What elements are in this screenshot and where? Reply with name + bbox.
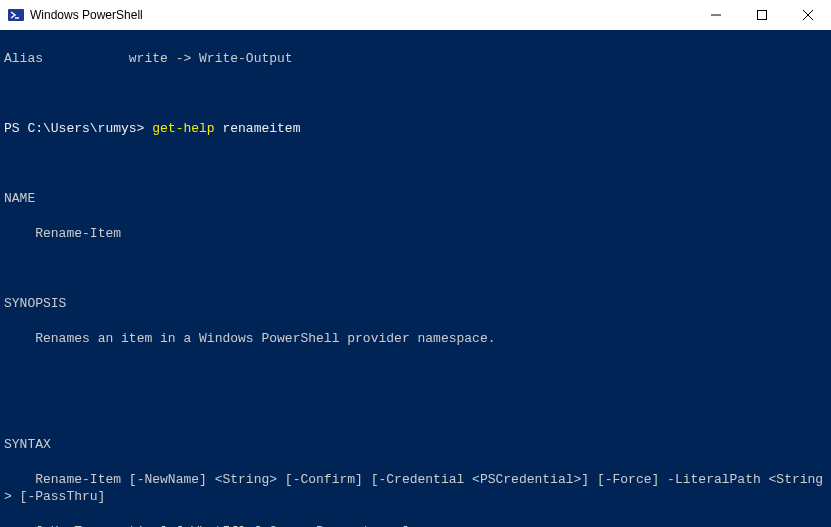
window-controls bbox=[693, 0, 831, 30]
blank-line bbox=[4, 260, 827, 278]
output-line: Rename-Item [-NewName] <String> [-Confir… bbox=[4, 471, 827, 506]
prompt-text: PS C:\Users\rumys> bbox=[4, 121, 152, 136]
output-line: [-UseTransaction] [-WhatIf] [<CommonPara… bbox=[4, 523, 827, 527]
output-line: Renames an item in a Windows PowerShell … bbox=[4, 330, 827, 348]
prompt-line: PS C:\Users\rumys> get-help renameitem bbox=[4, 120, 827, 138]
svg-rect-3 bbox=[758, 11, 767, 20]
section-header: NAME bbox=[4, 190, 827, 208]
output-line: Rename-Item bbox=[4, 225, 827, 243]
window-titlebar: Windows PowerShell bbox=[0, 0, 831, 30]
window-title: Windows PowerShell bbox=[30, 8, 693, 22]
command-arg: renameitem bbox=[215, 121, 301, 136]
blank-line bbox=[4, 365, 827, 383]
command-text: get-help bbox=[152, 121, 214, 136]
terminal-body[interactable]: Alias write -> Write-Output PS C:\Users\… bbox=[0, 30, 831, 527]
minimize-button[interactable] bbox=[693, 0, 739, 30]
maximize-button[interactable] bbox=[739, 0, 785, 30]
powershell-icon bbox=[8, 7, 24, 23]
close-button[interactable] bbox=[785, 0, 831, 30]
output-line: Alias write -> Write-Output bbox=[4, 50, 827, 68]
blank-line bbox=[4, 155, 827, 173]
section-header: SYNTAX bbox=[4, 436, 827, 454]
blank-line bbox=[4, 400, 827, 418]
blank-line bbox=[4, 85, 827, 103]
section-header: SYNOPSIS bbox=[4, 295, 827, 313]
